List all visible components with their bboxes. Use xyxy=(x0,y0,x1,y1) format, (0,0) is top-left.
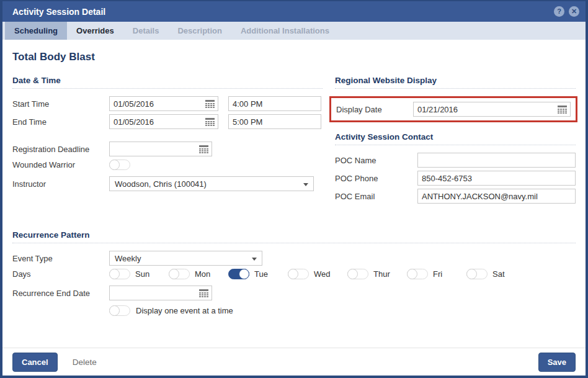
day-item-fri: Fri xyxy=(407,269,466,279)
date-time-section: Date & Time Start Time End Time xyxy=(12,76,323,207)
help-icon[interactable]: ? xyxy=(554,6,564,17)
event-type-dropdown[interactable]: Weekly xyxy=(109,251,262,266)
toggle-knob xyxy=(109,160,120,170)
recurrence-end-date-calendar-icon[interactable] xyxy=(199,289,208,297)
recurrence-end-date-input[interactable] xyxy=(110,286,212,300)
day-toggle-tue[interactable] xyxy=(228,269,249,279)
event-type-row: Event Type Weekly xyxy=(12,251,576,266)
activity-session-detail-dialog: Activity Session Detail ? ✕ Scheduling O… xyxy=(0,0,588,378)
day-label: Sun xyxy=(135,269,149,279)
days-label: Days xyxy=(12,269,109,279)
right-column: Regional Website Display Display Date Ac… xyxy=(335,76,576,207)
poc-email-label: POC Email xyxy=(335,192,417,201)
wounded-warrior-label: Wounded Warrior xyxy=(12,160,109,169)
recurrence-end-date-row: Recurrence End Date xyxy=(12,286,576,300)
date-time-header: Date & Time xyxy=(12,76,323,89)
start-time-row: Start Time xyxy=(12,96,323,111)
end-clock-field xyxy=(228,114,321,129)
tab-description: Description xyxy=(168,22,231,40)
tab-additional-installations: Additional Installations xyxy=(231,22,339,40)
chevron-down-icon xyxy=(252,258,257,261)
day-item-sat: Sat xyxy=(466,269,526,279)
toggle-knob xyxy=(109,269,120,279)
display-one-event-row: Display one event at a time xyxy=(12,305,576,316)
start-clock-field xyxy=(228,96,321,111)
day-toggle-wed[interactable] xyxy=(288,269,309,279)
recurrence-end-date-field xyxy=(109,286,212,300)
day-item-thur: Thur xyxy=(347,269,407,279)
day-item-tue: Tue xyxy=(228,269,288,279)
recurrence-pattern-section: Recurrence Pattern Event Type Weekly Day… xyxy=(12,230,576,316)
delete-button[interactable]: Delete xyxy=(73,358,97,367)
dialog-footer: Cancel Delete Save xyxy=(2,348,586,376)
start-time-label: Start Time xyxy=(12,99,109,109)
wounded-warrior-toggle[interactable] xyxy=(109,160,130,170)
days-row: Days Sun Mon Tue xyxy=(12,269,576,279)
day-label: Thur xyxy=(373,269,390,279)
poc-email-input[interactable] xyxy=(418,189,575,203)
registration-deadline-label: Registration Deadline xyxy=(12,145,109,154)
day-toggle-sat[interactable] xyxy=(466,269,488,279)
recurrence-end-date-label: Recurrence End Date xyxy=(12,289,109,298)
regional-website-display-header: Regional Website Display xyxy=(335,76,576,89)
days-toggles: Sun Mon Tue Wed xyxy=(109,269,526,279)
toggle-knob xyxy=(239,269,249,279)
display-date-highlight-box: Display Date xyxy=(329,96,577,122)
toggle-knob xyxy=(407,269,417,279)
save-button[interactable]: Save xyxy=(538,353,576,372)
tab-bar: Scheduling Overrides Details Description… xyxy=(2,22,586,40)
day-label: Tue xyxy=(254,269,268,279)
poc-name-field xyxy=(417,153,576,168)
day-label: Mon xyxy=(195,269,210,279)
toggle-knob xyxy=(288,269,298,279)
tab-scheduling[interactable]: Scheduling xyxy=(5,22,67,40)
day-toggle-thur[interactable] xyxy=(347,269,368,279)
end-date-field xyxy=(109,114,218,129)
display-one-event-label: Display one event at a time xyxy=(136,306,233,315)
day-item-mon: Mon xyxy=(169,269,228,279)
day-toggle-sun[interactable] xyxy=(109,269,130,279)
display-date-calendar-icon[interactable] xyxy=(558,106,567,114)
poc-email-field xyxy=(417,189,576,204)
toggle-knob xyxy=(466,269,477,279)
registration-deadline-calendar-icon[interactable] xyxy=(199,145,208,153)
dialog-title: Activity Session Detail xyxy=(12,7,105,17)
start-date-input[interactable] xyxy=(110,97,218,110)
display-date-row: Display Date xyxy=(336,102,571,117)
start-date-calendar-icon[interactable] xyxy=(205,100,215,108)
poc-name-input[interactable] xyxy=(418,153,575,167)
poc-phone-input[interactable] xyxy=(418,171,575,185)
end-date-calendar-icon[interactable] xyxy=(205,118,215,126)
instructor-value: Woodson, Chris (100041) xyxy=(115,179,207,189)
display-date-label: Display Date xyxy=(336,105,413,114)
end-clock-input[interactable] xyxy=(229,115,321,128)
toggle-knob xyxy=(347,269,358,279)
start-clock-input[interactable] xyxy=(229,97,321,110)
cancel-button[interactable]: Cancel xyxy=(12,353,58,372)
start-date-field xyxy=(109,96,218,111)
display-date-input[interactable] xyxy=(414,102,570,116)
registration-deadline-row: Registration Deadline xyxy=(12,142,323,156)
day-item-wed: Wed xyxy=(288,269,347,279)
poc-name-label: POC Name xyxy=(335,156,417,165)
day-item-sun: Sun xyxy=(109,269,169,279)
wounded-warrior-row: Wounded Warrior xyxy=(12,160,323,170)
poc-name-row: POC Name xyxy=(335,153,576,168)
day-label: Wed xyxy=(314,269,331,279)
day-toggle-mon[interactable] xyxy=(169,269,190,279)
end-date-input[interactable] xyxy=(110,115,218,128)
close-icon[interactable]: ✕ xyxy=(569,6,579,17)
dialog-content: Total Body Blast Date & Time Start Time xyxy=(2,40,586,348)
dialog-titlebar: Activity Session Detail ? ✕ xyxy=(2,1,586,22)
page-title: Total Body Blast xyxy=(12,51,576,63)
tab-overrides[interactable]: Overrides xyxy=(67,22,123,40)
instructor-dropdown[interactable]: Woodson, Chris (100041) xyxy=(109,176,314,191)
poc-phone-label: POC Phone xyxy=(335,174,417,183)
activity-session-contact-header: Activity Session Contact xyxy=(335,132,576,145)
registration-deadline-field xyxy=(109,142,212,156)
registration-deadline-input[interactable] xyxy=(110,142,212,156)
day-toggle-fri[interactable] xyxy=(407,269,428,279)
event-type-value: Weekly xyxy=(115,254,141,263)
display-one-event-toggle[interactable] xyxy=(109,305,130,316)
event-type-label: Event Type xyxy=(12,254,109,263)
